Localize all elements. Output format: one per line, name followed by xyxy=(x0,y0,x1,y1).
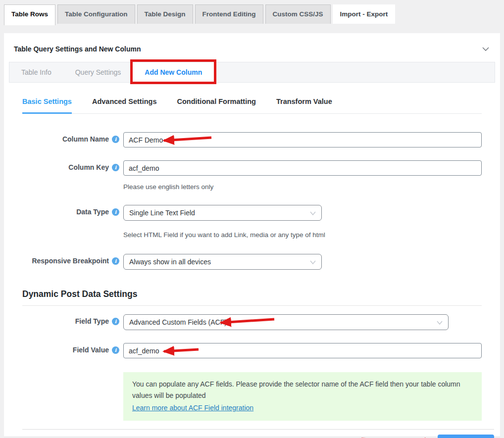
field-value-label: Field Value xyxy=(73,346,109,354)
tab-basic-settings[interactable]: Basic Settings xyxy=(22,97,72,114)
tab-table-rows[interactable]: Table Rows xyxy=(4,4,55,25)
tab-table-configuration[interactable]: Table Configuration xyxy=(57,4,135,24)
section-heading-dynamic-post-data: Dynamic Post Data Settings xyxy=(22,289,482,299)
form-row-data-type: Data Type i Single Line Text Field Selec… xyxy=(22,205,482,239)
chevron-down-icon xyxy=(310,260,316,264)
field-value-input[interactable] xyxy=(123,343,482,358)
data-type-help: Select HTML Field if you want to add Lin… xyxy=(123,231,482,239)
panel-title: Table Query Settings and New Column xyxy=(14,45,141,53)
info-icon[interactable]: i xyxy=(112,257,119,265)
field-type-selected-value: Advanced Custom Fields (ACF) xyxy=(129,318,227,326)
column-key-input[interactable] xyxy=(123,160,482,176)
collapse-chevron-icon[interactable] xyxy=(482,47,489,51)
info-icon[interactable]: i xyxy=(112,208,119,216)
tab-import-export[interactable]: Import - Export xyxy=(333,4,396,24)
chevron-down-icon xyxy=(437,321,443,325)
settings-panel: Table Query Settings and New Column Tabl… xyxy=(4,33,500,437)
column-key-help: Please use english letters only xyxy=(123,183,482,191)
inner-tab-bar: Basic Settings Advanced Settings Conditi… xyxy=(22,83,482,114)
add-column-button[interactable]: Add Column xyxy=(438,435,494,438)
panel-footer: Add Column xyxy=(22,429,494,438)
subtab-query-settings[interactable]: Query Settings xyxy=(63,62,133,82)
form-row-column-name: Column Name i xyxy=(22,132,482,147)
info-icon[interactable]: i xyxy=(112,346,119,354)
panel-header: Table Query Settings and New Column xyxy=(4,33,500,62)
chevron-down-icon xyxy=(310,211,316,215)
column-name-input[interactable] xyxy=(123,132,482,147)
form-row-field-type: Field Type i Advanced Custom Fields (ACF… xyxy=(22,314,482,330)
form-row-field-value: Field Value i xyxy=(22,343,482,358)
acf-learn-more-link[interactable]: Learn more about ACF Field integration xyxy=(132,402,253,414)
field-type-label: Field Type xyxy=(75,317,109,326)
column-key-label: Column Key xyxy=(68,163,109,172)
subtab-add-new-column[interactable]: Add New Column xyxy=(133,62,214,82)
acf-notice-text: You can populate any ACF fields. Please … xyxy=(132,379,473,401)
responsive-breakpoint-select[interactable]: Always show in all devices xyxy=(123,254,322,270)
column-name-label: Column Name xyxy=(62,135,109,144)
info-icon[interactable]: i xyxy=(112,318,119,325)
form-row-responsive-breakpoint: Responsive Breakpoint i Always show in a… xyxy=(22,254,482,270)
subtab-table-info[interactable]: Table Info xyxy=(9,62,63,82)
tab-table-design[interactable]: Table Design xyxy=(137,4,193,24)
main-tab-bar: Table Rows Table Configuration Table Des… xyxy=(0,0,504,24)
info-icon[interactable]: i xyxy=(112,164,119,171)
info-icon[interactable]: i xyxy=(112,136,119,143)
data-type-label: Data Type xyxy=(76,208,109,216)
tab-conditional-formatting[interactable]: Conditional Formatting xyxy=(177,97,255,114)
responsive-breakpoint-selected-value: Always show in all devices xyxy=(129,258,211,266)
sub-tab-bar: Table Info Query Settings Add New Column xyxy=(9,62,495,83)
panel-content: Basic Settings Advanced Settings Conditi… xyxy=(4,83,500,421)
data-type-select[interactable]: Single Line Text Field xyxy=(123,205,322,221)
responsive-breakpoint-label: Responsive Breakpoint xyxy=(32,257,109,265)
section-divider xyxy=(22,305,482,306)
tab-transform-value[interactable]: Transform Value xyxy=(276,97,332,114)
tab-custom-css-js[interactable]: Custom CSS/JS xyxy=(265,4,331,24)
tab-frontend-editing[interactable]: Frontend Editing xyxy=(195,4,263,24)
form-row-column-key: Column Key i Please use english letters … xyxy=(22,160,482,191)
data-type-selected-value: Single Line Text Field xyxy=(129,209,195,217)
field-type-select[interactable]: Advanced Custom Fields (ACF) xyxy=(123,314,449,330)
tab-advanced-settings[interactable]: Advanced Settings xyxy=(92,97,157,114)
acf-notice: You can populate any ACF fields. Please … xyxy=(123,372,482,421)
